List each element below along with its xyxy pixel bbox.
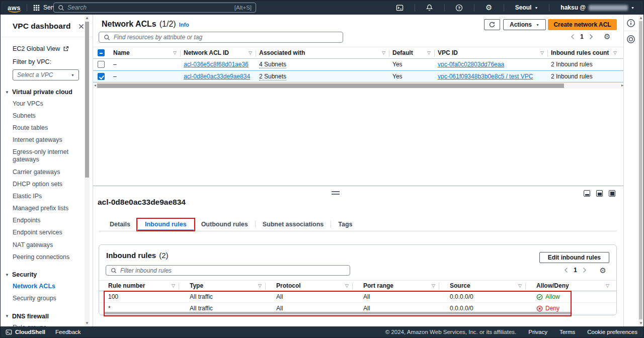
cookie-preferences-link[interactable]: Cookie preferences (587, 329, 637, 335)
column-header-inbound-rules-count[interactable]: Inbound rules count▽ (551, 47, 623, 58)
cloudshell-icon[interactable] (391, 4, 409, 12)
column-header-default[interactable]: Default▽ (392, 47, 438, 58)
sort-icon[interactable]: ▽ (345, 283, 349, 288)
vpc-id-link[interactable]: vpc-0fa0c02803dd76eaa (438, 61, 504, 68)
account-menu[interactable]: haksu @ ▼ (555, 4, 639, 11)
section-virtual-private-cloud[interactable]: ▼ Virtual private cloud (5, 89, 93, 96)
sort-icon[interactable]: ▽ (606, 283, 609, 288)
notifications-bell-icon[interactable] (421, 4, 438, 12)
column-header-allow-deny[interactable]: Allow/Deny▽ (529, 281, 616, 291)
filter-inbound-rules-search[interactable] (106, 265, 350, 276)
cloudshell-button[interactable]: CloudShell (6, 329, 45, 335)
sidebar-item-nat-gateways[interactable]: NAT gateways (1, 239, 93, 251)
ec2-global-view-link[interactable]: EC2 Global View (13, 45, 80, 52)
global-search[interactable]: [Alt+S] (53, 3, 256, 13)
sort-icon[interactable]: ▽ (172, 283, 175, 288)
sort-icon[interactable]: ▽ (613, 50, 617, 55)
sort-icon[interactable]: ▽ (432, 283, 435, 288)
sort-icon[interactable]: ▽ (382, 50, 385, 55)
tab-inbound-rules[interactable]: Inbound rules (138, 218, 194, 231)
split-panel-drag-handle[interactable] (332, 191, 340, 196)
find-resources-search[interactable] (99, 32, 343, 43)
sort-icon[interactable]: ▽ (173, 50, 177, 55)
sidebar-item-elastic-ips[interactable]: Elastic IPs (1, 190, 93, 202)
sidebar-item-security-groups[interactable]: Security groups (1, 293, 93, 305)
sidebar-item-peering-connections[interactable]: Peering connections (1, 251, 93, 263)
table-row[interactable]: – acl-036e5c8f68d01ae36 4 Subnets Yes vp… (93, 59, 623, 70)
row-checkbox[interactable] (98, 73, 105, 80)
scrollbar-thumb[interactable] (85, 22, 89, 178)
horizontal-scrollbar[interactable]: ◂ ▸ (93, 82, 623, 89)
aws-logo[interactable]: aws (8, 4, 21, 12)
scrollbar-thumb[interactable] (639, 21, 642, 319)
sidebar-item-internet-gateways[interactable]: Internet gateways (1, 134, 93, 146)
column-header-network-acl-id[interactable]: Network ACL ID▽ (184, 47, 259, 58)
table-row-selected[interactable]: – acl-0d8e0ac33de9ae834 2 Subnets Yes vp… (93, 70, 623, 82)
panel-size-small-icon[interactable] (584, 190, 590, 197)
close-icon[interactable] (78, 23, 85, 30)
scroll-down-icon[interactable]: ▼ (638, 321, 643, 325)
acl-id-link[interactable]: acl-0d8e0ac33de9ae834 (184, 73, 250, 80)
sidebar-item-dhcp-option-sets[interactable]: DHCP option sets (1, 178, 93, 190)
scroll-right-icon[interactable]: ▸ (621, 83, 623, 88)
panel-size-large-icon[interactable] (609, 190, 615, 197)
sidebar-scrollbar[interactable]: ▲ ▼ (85, 15, 90, 326)
previous-page-icon[interactable] (570, 34, 575, 40)
sidebar-item-network-acls[interactable]: Network ACLs (1, 280, 93, 292)
sort-icon[interactable]: ▽ (258, 283, 262, 288)
panel-size-medium-icon[interactable] (596, 190, 603, 197)
tab-subnet-associations[interactable]: Subnet associations (256, 218, 331, 231)
row-checkbox[interactable] (98, 61, 105, 68)
scrollbar-thumb[interactable] (97, 83, 564, 88)
page-number[interactable]: 1 (580, 33, 584, 40)
find-resources-input[interactable] (114, 34, 338, 41)
privacy-link[interactable]: Privacy (528, 329, 547, 335)
next-page-icon[interactable] (589, 34, 594, 40)
sidebar-item-route-tables[interactable]: Route tables (1, 122, 93, 134)
region-selector[interactable]: Seoul ▼ (510, 4, 543, 11)
vpc-select[interactable]: Select a VPC ▼ (13, 69, 79, 80)
page-number[interactable]: 1 (574, 267, 577, 274)
sidebar-item-rule-groups[interactable]: Rule groups (1, 322, 93, 326)
sidebar-item-carrier-gateways[interactable]: Carrier gateways (1, 166, 93, 178)
sidebar-item-egress-only-internet-gateways[interactable]: Egress-only internet gateways (1, 146, 93, 166)
vpc-id-link[interactable]: vpc-061f09348b3b0e8c5 / test VPC (438, 73, 533, 80)
associated-subnets-link[interactable]: 2 Subnets (259, 73, 286, 80)
info-panel-icon[interactable] (626, 19, 636, 29)
terms-link[interactable]: Terms (559, 329, 575, 335)
sidebar-item-endpoints[interactable]: Endpoints (1, 215, 93, 227)
sort-icon[interactable]: ▽ (540, 50, 544, 55)
scroll-up-icon[interactable]: ▲ (85, 16, 90, 20)
inbound-rule-row[interactable]: 100 All traffic All All 0.0.0.0/0 Allow (99, 291, 616, 303)
global-search-input[interactable] (67, 4, 231, 11)
sidebar-item-managed-prefix-lists[interactable]: Managed prefix lists (1, 203, 93, 215)
scroll-down-icon[interactable]: ▼ (85, 321, 90, 325)
tab-tags[interactable]: Tags (331, 218, 359, 231)
refresh-button[interactable] (484, 19, 500, 30)
select-all-checkbox[interactable] (98, 49, 105, 56)
column-header-protocol[interactable]: Protocol▽ (269, 281, 356, 291)
hexagon-panel-icon[interactable] (626, 35, 636, 45)
column-header-port-range[interactable]: Port range▽ (356, 281, 442, 291)
column-header-associated-with[interactable]: Associated with▽ (259, 47, 392, 58)
column-header-type[interactable]: Type▽ (182, 281, 269, 291)
column-header-name[interactable]: Name▽ (113, 47, 184, 58)
actions-button[interactable]: Actions ▼ (503, 19, 546, 30)
sidebar-item-subnets[interactable]: Subnets (1, 110, 93, 122)
page-scrollbar[interactable]: ▲ ▼ (638, 15, 643, 326)
tab-outbound-rules[interactable]: Outbound rules (194, 218, 255, 231)
sidebar-item-your-vpcs[interactable]: Your VPCs (1, 98, 93, 110)
table-preferences-gear-icon[interactable]: ⚙ (600, 266, 606, 275)
section-security[interactable]: ▼ Security (5, 271, 93, 278)
create-network-acl-button[interactable]: Create network ACL (548, 19, 617, 30)
acl-id-link[interactable]: acl-036e5c8f68d01ae36 (184, 61, 249, 68)
column-header-rule-number[interactable]: Rule number▽ (99, 281, 182, 291)
sort-icon[interactable]: ▽ (427, 50, 431, 55)
scroll-left-icon[interactable]: ◂ (94, 83, 96, 88)
next-page-icon[interactable] (582, 267, 587, 273)
previous-page-icon[interactable] (564, 267, 569, 273)
tab-details[interactable]: Details (103, 218, 137, 231)
column-header-source[interactable]: Source▽ (442, 281, 529, 291)
info-link[interactable]: Info (179, 22, 189, 28)
sidebar-item-endpoint-services[interactable]: Endpoint services (1, 227, 93, 239)
